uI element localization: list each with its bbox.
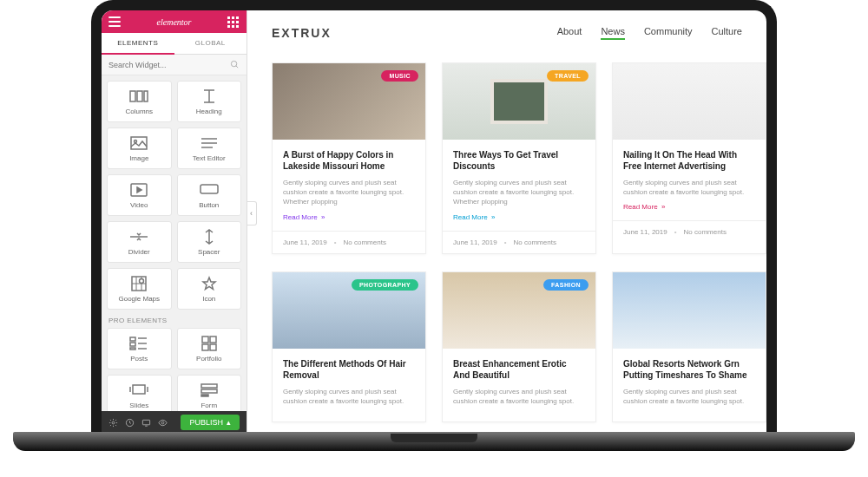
post-card[interactable]: Global Resorts Network Grn Putting Times…	[612, 271, 766, 422]
tab-global[interactable]: GLOBAL	[174, 33, 247, 55]
read-more-link[interactable]: Read More »	[283, 213, 415, 221]
icon-icon	[201, 276, 217, 291]
button-icon	[200, 182, 219, 198]
category-tag[interactable]: MUSIC	[381, 70, 418, 82]
chevron-up-icon: ▴	[227, 418, 231, 427]
settings-icon[interactable]	[108, 418, 118, 428]
widget-google-maps[interactable]: Google Maps	[107, 268, 172, 310]
widget-label: Form	[201, 402, 217, 409]
post-thumbnail: TRAVEL	[443, 63, 595, 140]
post-thumbnail	[613, 272, 766, 349]
widget-video[interactable]: Video	[107, 174, 172, 216]
widget-label: Portfolio	[196, 355, 221, 363]
post-excerpt: Gently sloping curves and plush seat cus…	[453, 178, 585, 207]
post-thumbnail: FASHION	[443, 272, 595, 349]
spacer-icon	[202, 229, 216, 245]
read-more-link[interactable]: Read More »	[453, 213, 585, 221]
post-card[interactable]: PHOTOGRAPHYThe Different Methods Of Hair…	[272, 271, 426, 422]
widget-label: Heading	[196, 108, 222, 115]
preview-icon[interactable]	[158, 418, 168, 428]
post-title: Nailing It On The Head With Free Interne…	[623, 149, 755, 172]
card-meta: June 11, 2019•No comments	[613, 220, 766, 243]
nav-about[interactable]: About	[557, 26, 582, 40]
svg-rect-4	[144, 91, 148, 101]
heading-icon	[201, 88, 217, 104]
widget-slides[interactable]: Slides	[107, 375, 172, 411]
svg-line-1	[236, 66, 238, 68]
widget-form[interactable]: Form	[177, 375, 242, 411]
widget-heading[interactable]: Heading	[177, 81, 242, 122]
post-excerpt: Gently sloping curves and plush seat cus…	[283, 387, 415, 406]
post-card[interactable]: Nailing It On The Head With Free Interne…	[612, 62, 766, 254]
post-comments: No comments	[684, 228, 727, 236]
widget-image[interactable]: Image	[107, 127, 172, 169]
widget-label: Image	[129, 154, 148, 162]
card-meta: June 11, 2019•No comments	[443, 231, 595, 253]
widget-label: Google Maps	[118, 295, 160, 303]
tab-elements[interactable]: ELEMENTS	[102, 33, 174, 55]
nav-community[interactable]: Community	[644, 26, 693, 40]
widget-spacer[interactable]: Spacer	[177, 221, 242, 263]
post-card[interactable]: FASHIONBreast Enhancement Erotic And Bea…	[442, 271, 596, 422]
editor-brand: elementor	[157, 17, 192, 27]
svg-rect-11	[201, 185, 218, 193]
columns-icon	[129, 88, 148, 104]
panel-tabs: ELEMENTS GLOBAL	[102, 33, 247, 55]
svg-rect-28	[201, 384, 217, 388]
post-comments: No comments	[344, 238, 386, 246]
portfolio-icon	[201, 336, 217, 351]
search-icon	[230, 60, 240, 69]
widget-text-editor[interactable]: Text Editor	[177, 127, 242, 169]
nav-culture[interactable]: Culture	[712, 26, 742, 40]
widget-button[interactable]: Button	[177, 174, 242, 216]
svg-rect-25	[133, 385, 145, 394]
widget-label: Icon	[202, 295, 215, 303]
category-tag[interactable]: PHOTOGRAPHY	[352, 279, 418, 291]
widget-label: Spacer	[198, 248, 220, 256]
post-thumbnail: PHOTOGRAPHY	[273, 272, 425, 349]
editor-sidebar: elementor ELEMENTS GLOBAL ColumnsHeading…	[102, 10, 247, 434]
widget-posts[interactable]: Posts	[107, 328, 172, 369]
svg-rect-15	[130, 337, 135, 341]
post-title: Three Ways To Get Travel Discounts	[453, 149, 585, 172]
post-card[interactable]: MUSICA Burst of Happy Colors in Lakeside…	[272, 62, 426, 254]
svg-rect-21	[202, 337, 208, 343]
search-input[interactable]	[108, 61, 230, 69]
svg-rect-17	[130, 348, 135, 350]
publish-button[interactable]: PUBLISH ▴	[181, 415, 240, 430]
svg-rect-30	[201, 395, 208, 396]
text-editor-icon	[201, 135, 218, 151]
history-icon[interactable]	[125, 418, 135, 428]
canvas: ‹ EXTRUX AboutNewsCommunityCulture MUSIC…	[247, 10, 766, 434]
category-tag[interactable]: FASHION	[543, 279, 589, 291]
widget-label: Columns	[125, 108, 153, 115]
widget-divider[interactable]: Divider	[107, 221, 172, 263]
widget-icon[interactable]: Icon	[177, 268, 242, 310]
post-date: June 11, 2019	[623, 228, 667, 236]
primary-nav: AboutNewsCommunityCulture	[557, 26, 742, 40]
divider-icon	[129, 229, 148, 245]
widget-columns[interactable]: Columns	[107, 81, 172, 122]
post-date: June 11, 2019	[453, 238, 497, 246]
site-brand: EXTRUX	[272, 26, 332, 40]
slides-icon	[129, 382, 148, 398]
editor-footer: PUBLISH ▴	[102, 411, 247, 434]
collapse-panel-handle[interactable]: ‹	[247, 201, 257, 225]
nav-news[interactable]: News	[601, 26, 625, 40]
menu-icon[interactable]	[108, 16, 121, 28]
post-title: The Different Methods Of Hair Removal	[283, 358, 415, 381]
pro-section-title: PRO ELEMENTS	[107, 310, 241, 328]
svg-rect-33	[142, 420, 149, 425]
widget-portfolio[interactable]: Portfolio	[177, 328, 242, 369]
category-tag[interactable]: TRAVEL	[547, 70, 589, 82]
post-excerpt: Gently sloping curves and plush seat cus…	[623, 387, 755, 406]
responsive-icon[interactable]	[141, 418, 151, 428]
post-thumbnail: MUSIC	[273, 63, 425, 140]
svg-rect-2	[130, 91, 135, 101]
read-more-link[interactable]: Read More »	[623, 203, 755, 211]
post-card[interactable]: TRAVELThree Ways To Get Travel Discounts…	[442, 62, 596, 254]
widget-label: Video	[130, 201, 148, 209]
video-icon	[130, 182, 148, 198]
widgets-grid-icon[interactable]	[227, 16, 240, 28]
post-title: Breast Enhancement Erotic And Beautiful	[453, 358, 585, 381]
